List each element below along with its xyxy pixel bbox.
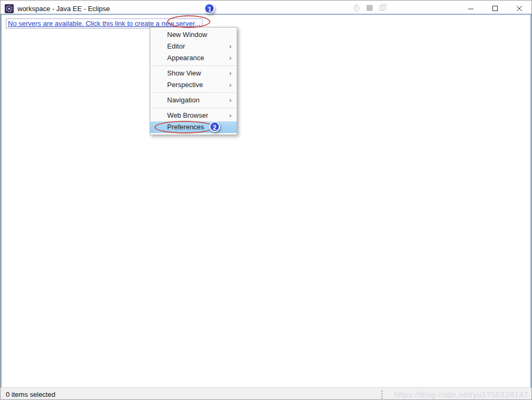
window-title: workspace - Java EE - Eclipse [17,5,110,13]
window-dropdown-menu: New Window Editor › Appearance › Show Vi… [150,27,237,135]
submenu-arrow-icon: › [229,110,231,121]
menu-item-web-browser[interactable]: Web Browser › [150,110,237,121]
menu-item-label: Preferences [167,123,204,131]
stop-server-icon[interactable] [365,2,374,14]
publish-icon[interactable] [378,2,388,14]
menu-item-label: Navigation [167,96,199,104]
submenu-arrow-icon: › [229,94,231,106]
menu-item-label: Perspective [167,81,203,89]
menu-item-show-view[interactable]: Show View › [150,68,237,79]
submenu-arrow-icon: › [229,41,231,52]
menu-separator [151,92,236,93]
menu-item-new-window[interactable]: New Window [150,29,237,41]
menu-separator [151,108,236,108]
watermark-text: https://blog.csdn.net/yu1755128147 [394,390,531,399]
menu-item-label: Appearance [167,54,204,62]
menu-separator [151,65,236,66]
menu-item-appearance[interactable]: Appearance › [150,52,237,64]
eclipse-logo-icon [5,4,14,13]
menu-item-label: New Window [167,31,207,39]
menu-item-label: Web Browser [167,111,208,119]
eclipse-window: workspace - Java EE - Eclipse File Edit … [0,0,532,400]
profile-server-icon[interactable] [352,2,361,14]
statusbar-grip [381,390,384,400]
submenu-arrow-icon: › [229,79,231,91]
servers-view-content: No servers are available. Click this lin… [1,14,531,399]
menu-item-label: Show View [167,69,201,77]
menu-item-perspective[interactable]: Perspective › [150,79,237,91]
annotation-badge-2: 2 [209,121,220,132]
menu-item-navigation[interactable]: Navigation › [150,94,237,106]
menu-item-preferences[interactable]: Preferences 2 [150,121,237,133]
menu-item-label: Editor [167,42,185,50]
status-selection-text: 0 items selected [1,391,55,398]
menu-item-editor[interactable]: Editor › [150,41,237,52]
statusbar: 0 items selected https://blog.csdn.net/y… [1,387,531,400]
submenu-arrow-icon: › [229,52,231,64]
submenu-arrow-icon: › [229,68,231,79]
